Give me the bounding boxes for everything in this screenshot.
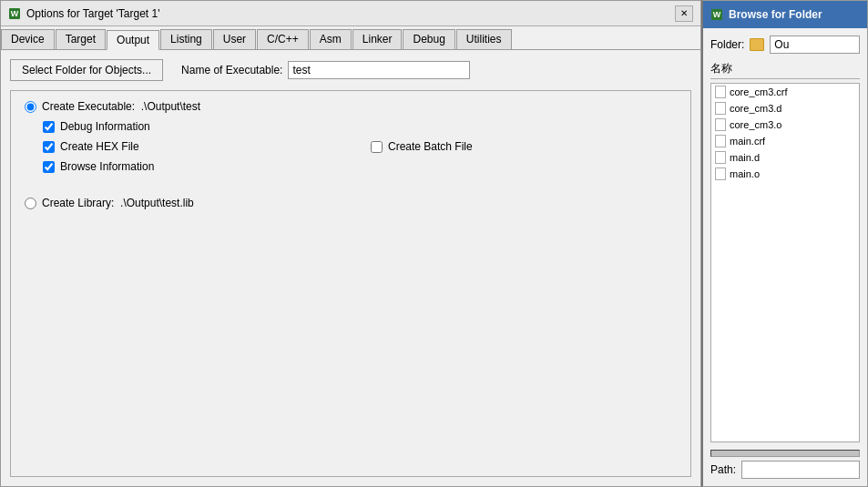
- file-icon: [715, 151, 726, 164]
- create-library-row: Create Library: .\Output\test.lib: [25, 197, 677, 209]
- file-icon: [715, 118, 726, 131]
- tab-device[interactable]: Device: [1, 29, 55, 49]
- file-list[interactable]: core_cm3.crf core_cm3.d core_cm3.o main.…: [710, 83, 860, 442]
- browse-body: Folder: Ou 名称 core_cm3.crf core_cm3.d co…: [703, 28, 867, 486]
- list-item[interactable]: core_cm3.d: [711, 100, 859, 117]
- create-hex-row: Create HEX File Create Batch File: [25, 140, 677, 153]
- svg-text:W: W: [11, 9, 19, 18]
- window-title: Options for Target 'Target 1': [26, 7, 159, 20]
- main-window: W Options for Target 'Target 1' ✕ Device…: [0, 0, 701, 487]
- title-bar: W Options for Target 'Target 1' ✕: [1, 1, 700, 26]
- browse-info-row: Browse Information: [25, 160, 677, 173]
- tab-cpp[interactable]: C/C++: [257, 29, 309, 49]
- path-row: Path:: [710, 461, 860, 479]
- tab-asm[interactable]: Asm: [310, 29, 352, 49]
- folder-row: Folder: Ou: [710, 36, 860, 54]
- close-button[interactable]: ✕: [675, 5, 693, 22]
- list-item[interactable]: main.d: [711, 149, 859, 166]
- create-library-radio[interactable]: [25, 198, 36, 209]
- options-group: Create Executable: .\Output\test Debug I…: [10, 90, 691, 477]
- create-executable-row: Create Executable: .\Output\test: [25, 100, 677, 113]
- file-icon: [715, 102, 726, 115]
- create-hex-checkbox[interactable]: [43, 141, 55, 153]
- folder-value: Ou: [770, 36, 860, 54]
- list-item[interactable]: main.crf: [711, 133, 859, 149]
- folder-icon: [750, 38, 764, 51]
- create-hex-label[interactable]: Create HEX File: [60, 140, 139, 153]
- debug-info-checkbox[interactable]: [43, 121, 55, 133]
- file-icon: [715, 167, 726, 180]
- path-label: Path:: [710, 463, 736, 476]
- create-batch-checkbox[interactable]: [371, 141, 383, 153]
- tab-user[interactable]: User: [213, 29, 256, 49]
- name-executable-input[interactable]: [288, 61, 470, 79]
- horizontal-scrollbar[interactable]: [710, 450, 860, 457]
- list-item[interactable]: main.o: [711, 166, 859, 182]
- browse-panel: W Browse for Folder Folder: Ou 名称 core_c…: [701, 0, 868, 487]
- col-header: 名称: [710, 61, 860, 79]
- tab-linker[interactable]: Linker: [352, 29, 403, 49]
- toolbar-row: Select Folder for Objects... Name of Exe…: [10, 59, 691, 81]
- tab-utilities[interactable]: Utilities: [456, 29, 512, 49]
- file-icon: [715, 86, 726, 98]
- create-executable-radio[interactable]: [25, 101, 36, 113]
- file-icon: [715, 135, 726, 147]
- tab-output[interactable]: Output: [107, 30, 159, 50]
- browse-info-checkbox[interactable]: [43, 161, 55, 173]
- browse-title-text: Browse for Folder: [729, 8, 822, 21]
- app-icon: W: [8, 7, 21, 20]
- browse-title-bar: W Browse for Folder: [703, 1, 867, 28]
- svg-text:W: W: [713, 10, 721, 19]
- name-executable-label: Name of Executable:: [181, 64, 282, 76]
- tabs-bar: Device Target Output Listing User C/C++ …: [1, 26, 700, 50]
- browse-app-icon: W: [710, 8, 723, 21]
- content-area: Select Folder for Objects... Name of Exe…: [1, 50, 700, 486]
- folder-label: Folder:: [710, 38, 744, 51]
- create-executable-label[interactable]: Create Executable: .\Output\test: [42, 100, 200, 113]
- browse-info-label[interactable]: Browse Information: [60, 160, 154, 173]
- list-item[interactable]: core_cm3.crf: [711, 84, 859, 100]
- tab-target[interactable]: Target: [56, 29, 106, 49]
- list-item[interactable]: core_cm3.o: [711, 117, 859, 133]
- create-library-label[interactable]: Create Library: .\Output\test.lib: [42, 197, 194, 209]
- create-batch-label[interactable]: Create Batch File: [388, 140, 473, 153]
- debug-info-label[interactable]: Debug Information: [60, 120, 150, 133]
- path-input[interactable]: [741, 461, 860, 479]
- tab-listing[interactable]: Listing: [160, 29, 212, 49]
- select-folder-button[interactable]: Select Folder for Objects...: [10, 59, 163, 81]
- debug-info-row: Debug Information: [25, 120, 677, 133]
- tab-debug[interactable]: Debug: [403, 29, 454, 49]
